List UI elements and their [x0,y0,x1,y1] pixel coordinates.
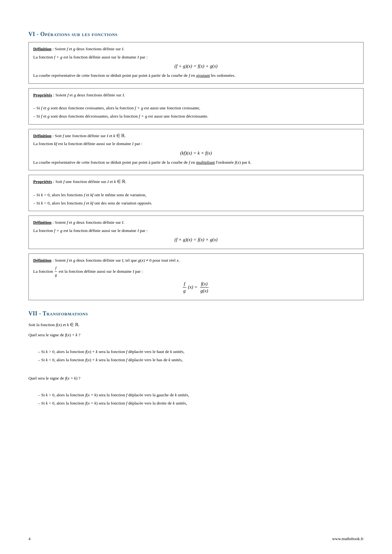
vii-bullet2b: – Si k < 0, alors la fonction f(x + k) s… [38,400,364,407]
def4-text1: Définition : Soient f et g deux fonction… [33,257,359,264]
def2-text1: Définition : Soit f une fonction définie… [33,132,359,139]
vii-bullet1a: – Si k > 0, alors la fonction f(x) + k s… [38,348,364,355]
def1-text1: Définition : Soient f et g deux fonction… [33,46,359,52]
vii-intro1: Soit la fonction f(x) et k ∈ ℝ. [28,321,364,328]
def1-formula: (f + g)(x) = f(x) + g(x) [33,64,359,69]
def3-formula: (f × g)(x) = f(x) × g(x) [33,237,359,242]
def2-label: Définition [33,133,52,138]
prop2-box: Propriétés : Soit f une fonction définie… [28,175,364,211]
section-vi-title: VI - Opérations sur les fonctions [28,31,364,38]
prop2-label: Propriétés [33,179,52,184]
def4-formula: f g (x) = f(x) g(x) [33,281,359,294]
prop2-line1: – Si k > 0, alors les fonctions f et kf … [33,192,359,198]
def2-text2: La fonction kf est la fonction définie a… [33,140,359,147]
vii-question1: Quel sera le signe de f(x) + k ? [28,332,364,338]
def3-label: Définition [33,220,52,225]
vii-bullet2a: – Si k > 0, alors la fonction f(x + k) s… [38,392,364,399]
prop2-header: Propriétés : Soit f une fonction définie… [33,178,359,185]
section-vii-title: VII - Transformations [28,310,364,317]
website: www.mathsbook.fr [332,536,364,541]
def2-formula: (kf)(x) = k × f(x) [33,150,359,156]
prop1-line1: – Si f et g sont deux fonctions croissan… [33,105,359,112]
def1-label: Définition [33,46,52,51]
prop1-line2: – Si f et g sont deux fonctions décroiss… [33,113,359,120]
def4-label: Définition [33,258,52,263]
def3-text1: Définition : Soient f et g deux fonction… [33,219,359,226]
prop1-box: Propriétés : Soient f et g deux fonction… [28,88,364,125]
vii-question2: Quel sera le signe de f(x + k) ? [28,375,364,382]
def1-text3: La courbe représentative de cette foncti… [33,72,359,79]
def3-text2: La fonction f × g est la fonction défini… [33,227,359,234]
def4-text2: La fonction f g est la fonction définie … [33,265,359,278]
definition-4-box: Définition : Soient f et g deux fonction… [28,253,364,300]
def1-text2: La fonction f + g est la fonction défini… [33,54,359,61]
section-vii: VII - Transformations Soit la fonction f… [28,310,364,406]
section-vi: VI - Opérations sur les fonctions Défini… [28,31,364,300]
page-number: 4 [28,536,31,541]
vii-bullet1b: – Si k < 0, alors la fonction f(x) + k s… [38,356,364,363]
definition-2-box: Définition : Soit f une fonction définie… [28,129,364,171]
page: VI - Opérations sur les fonctions Défini… [0,0,392,554]
prop2-line2: – Si k < 0, alors les fonctions f et kf … [33,200,359,207]
definition-3-box: Définition : Soient f et g deux fonction… [28,216,364,249]
def2-text3: La courbe représentative de cette foncti… [33,159,359,166]
prop1-header: Propriétés : Soient f et g deux fonction… [33,92,359,99]
definition-1-box: Définition : Soient f et g deux fonction… [28,42,364,84]
prop1-label: Propriétés [33,93,52,97]
page-footer: 4 www.mathsbook.fr [0,536,392,541]
